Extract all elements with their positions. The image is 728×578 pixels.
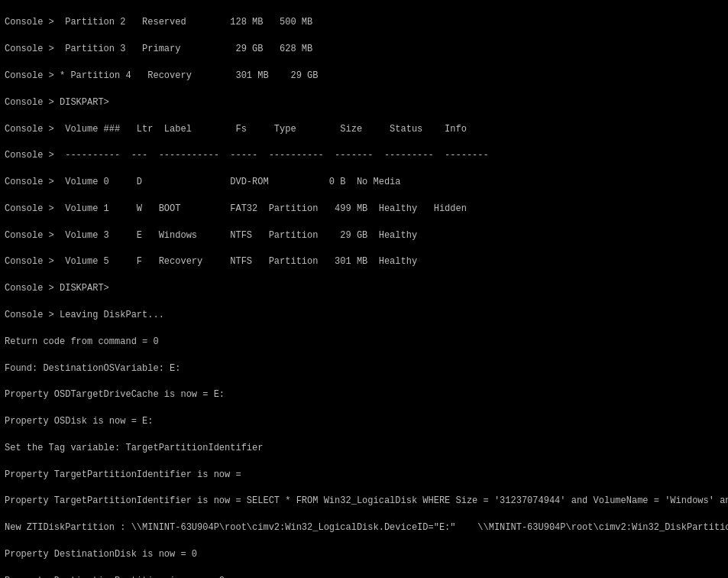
console-line: Property DestinationDisk is now = 0 bbox=[5, 548, 723, 561]
console-line: Property TargetPartitionIdentifier is no… bbox=[5, 495, 723, 508]
console-line: Console > Leaving DiskPart... bbox=[5, 309, 723, 322]
console-line: Console > Volume 3 E Windows NTFS Partit… bbox=[5, 229, 723, 242]
console-line: Console > Volume 5 F Recovery NTFS Parti… bbox=[5, 255, 723, 268]
console-line: Return code from command = 0 bbox=[5, 336, 723, 349]
console-line: Property OSDTargetDriveCache is now = E: bbox=[5, 388, 723, 401]
console-line: Set the Tag variable: TargetPartitionIde… bbox=[5, 442, 723, 455]
console-line: Console > DISKPART> bbox=[5, 282, 723, 295]
console-line: Console > Volume 0 D DVD-ROM 0 B No Medi… bbox=[5, 176, 723, 189]
console-line: Console > Volume ### Ltr Label Fs Type S… bbox=[5, 123, 723, 136]
console-line: New ZTIDiskPartition : \\MININT-63U904P\… bbox=[5, 521, 723, 534]
console-line: Property TargetPartitionIdentifier is no… bbox=[5, 469, 723, 482]
console-line: Console > Partition 2 Reserved 128 MB 50… bbox=[5, 16, 723, 29]
console-line: Console > DISKPART> bbox=[5, 96, 723, 109]
console-line: Console > Partition 3 Primary 29 GB 628 … bbox=[5, 43, 723, 56]
console-line: Found: DestinationOSVariable: E: bbox=[5, 362, 723, 375]
console-line: Console > Volume 1 W BOOT FAT32 Partitio… bbox=[5, 203, 723, 216]
console-line: Property DestinationPartition is now = 2 bbox=[5, 575, 723, 578]
console-line: Property OSDisk is now = E: bbox=[5, 415, 723, 428]
console-output: Console > Partition 2 Reserved 128 MB 50… bbox=[0, 0, 728, 578]
console-line: Console > ---------- --- ----------- ---… bbox=[5, 149, 723, 162]
console-line: Console > * Partition 4 Recovery 301 MB … bbox=[5, 70, 723, 83]
